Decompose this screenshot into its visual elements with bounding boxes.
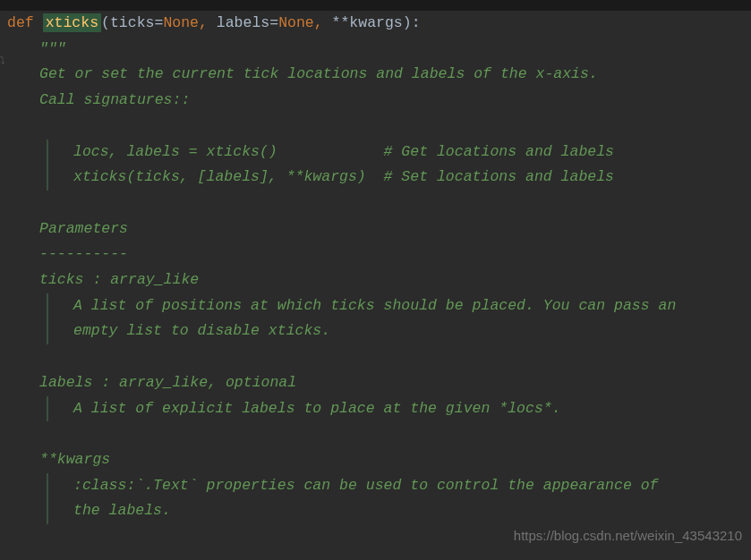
docstring-param-kwargs-desc2: the labels. [47,498,751,524]
function-def-line: def xticks(ticks=None, labels=None, **kw… [7,11,751,37]
open-paren: ( [101,14,110,31]
watermark-text: https://blog.csdn.net/weixin_43543210 [514,524,742,547]
docstring-summary: Get or set the current tick locations an… [7,62,751,88]
keyword-def: def [7,14,34,31]
param-labels: labels [217,14,269,31]
docstring-params-header: Parameters [7,216,751,242]
param-kwargs: kwargs [349,14,402,31]
docstring-params-underline: ---------- [7,242,751,267]
param-ticks: ticks [110,14,155,31]
docstring-param-labels: labels : array_like, optional [7,370,751,396]
editor-top-bar [0,0,751,11]
docstring-param-ticks-desc2: empty list to disable xticks. [47,318,751,344]
docstring-blank [7,114,751,140]
function-name: xticks [43,13,101,32]
close-paren: ): [403,14,421,31]
gutter-indicator: ⤵ [0,53,5,70]
docstring-param-kwargs: **kwargs [7,447,751,473]
docstring-open: """ [7,37,751,63]
docstring-sig1: locs, labels = xticks() # Get locations … [47,140,751,165]
docstring-signatures-header: Call signatures:: [7,88,751,114]
docstring-param-kwargs-desc1: :class:`.Text` properties can be used to… [47,473,751,499]
docstring-param-labels-desc: A list of explicit labels to place at th… [47,396,751,422]
docstring-blank [7,191,751,216]
docstring-param-ticks-desc1: A list of positions at which ticks shoul… [47,293,751,319]
code-editor[interactable]: def xticks(ticks=None, labels=None, **kw… [0,11,751,524]
docstring-blank [7,344,751,370]
docstring-param-ticks: ticks : array_like [7,267,751,293]
none-value: None [278,14,314,31]
docstring-blank [7,421,751,447]
none-value: None [163,14,199,31]
docstring-sig2: xticks(ticks, [labels], **kwargs) # Set … [47,165,751,191]
